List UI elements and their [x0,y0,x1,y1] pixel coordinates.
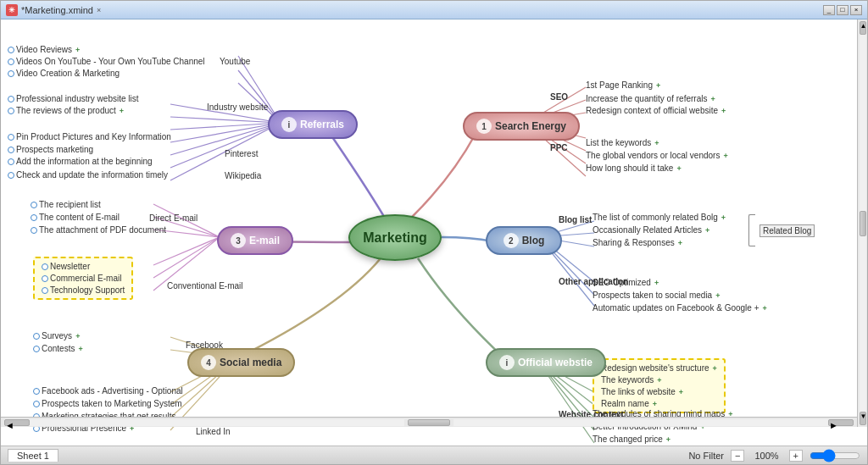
search-label: Search Energy [495,120,566,132]
industry-website-label: Industry website [207,102,268,112]
blog-list-label: Blog list [559,214,592,224]
product-reviews-item: The reviews of the product+ [8,106,124,115]
how-long-item: How long should it take+ [586,163,682,173]
restore-btn[interactable]: □ [837,5,849,15]
scroll-thumb-h[interactable] [408,419,450,426]
fb-ads-item: Facebook ads - Advertising - Optional [33,386,183,396]
related-blog-label: Related Blog [760,225,815,235]
horizontal-scrollbar[interactable]: ◄ ► [1,417,857,427]
list-keywords-item: List the keywords+ [586,138,659,147]
zoom-out-btn[interactable]: − [731,450,744,462]
commonly-related-item: The list of commonly related Bolg+ [593,213,726,222]
content-item: The content of E-mail [31,213,120,222]
add-info-item: Add the information at the beginning [8,157,153,166]
email-label: E-mail [249,235,280,246]
global-vendors-item: The global vendors or local vendors+ [586,151,728,160]
referrals-label: Referrals [300,119,344,130]
scroll-right-btn[interactable]: ► [828,419,854,426]
linkedin-label: Linked In [196,426,231,436]
center-node[interactable]: Marketing [348,214,442,261]
surveys-item: Surveys+ [33,331,80,340]
svg-line-4 [170,117,281,123]
main-window: ✳ *Marketing.xmind × _ □ × [0,0,868,465]
referrals-badge: i [281,117,297,132]
pro-industry-item: Professional industry website list [8,94,139,103]
email-node[interactable]: 3 E-mail [217,226,293,255]
ppc-label: PPC [550,142,568,152]
blog-badge: 2 [504,233,519,248]
svg-line-8 [170,123,281,168]
recipient-item: The recipient list [31,200,101,209]
related-blog-bracket [748,214,755,246]
zoom-level: 100% [754,451,778,461]
pin-product-item: Pin Product Pictures and Key Information [8,132,171,141]
filter-label: No Filter [688,451,724,461]
seo-topics-group: Redesign website's structure+ The keywor… [593,358,726,413]
attachment-item: The attachment of PDF document [31,225,166,235]
conventional-email-group: Newsletter Commercial E-mail Technology … [33,257,133,300]
changed-price-item: The changed price+ [593,435,670,444]
official-label: Official webstie [518,357,593,368]
svg-line-20 [153,237,220,265]
official-badge: i [499,355,515,370]
app-icon: ✳ [6,4,18,16]
occasionally-item: Occasionally Related Articles+ [593,225,709,235]
scroll-thumb-v[interactable] [860,211,866,236]
check-update-item: Check and update the information timely [8,170,168,180]
wikipedia-label: Wikipedia [225,170,261,180]
social-label: Social media [220,357,281,368]
sheet-label: Sheet 1 [17,451,49,461]
redesign-context-item: Redesign context of official website+ [586,106,726,115]
center-label: Marketing [363,230,427,246]
scroll-down-btn[interactable]: ▼ [860,412,866,425]
vertical-scrollbar[interactable]: ▲ ▼ [857,19,867,427]
scroll-left-btn[interactable]: ◄ [4,419,30,426]
svg-line-21 [153,237,220,278]
zoom-in-btn[interactable]: + [789,450,803,462]
statusbar: Sheet 1 No Filter − 100% + [1,446,867,464]
increase-refs-item: Increase the quantity of referrals+ [586,94,715,103]
referrals-node[interactable]: i Referrals [268,110,358,139]
youtube-item: Youtube [220,57,250,66]
minimize-btn[interactable]: _ [823,5,835,15]
official-node[interactable]: i Official webstie [486,348,606,377]
social-badge: 4 [201,355,216,370]
youtube-channel-item: Videos On YouTube - Your Own YouTube Cha… [8,57,205,66]
direct-email-label: Direct E-mail [149,213,198,223]
contests-item: Contests+ [33,344,83,353]
conventional-email-label: Conventional E-mail [167,280,243,291]
email-badge: 3 [231,233,246,248]
svg-line-6 [170,123,281,142]
sheet-tab[interactable]: Sheet 1 [8,449,58,462]
video-reviews-item: Video Reviews+ [8,45,80,54]
pinterest-label: Pinterest [225,148,258,158]
first-page-item: 1st Page Ranking+ [586,80,660,90]
seo-optimized-blog-item: SEO Optimized+ [593,278,659,287]
blog-label: Blog [522,235,545,246]
mindmap-canvas[interactable]: Marketing i Referrals 1 Search Energy 2 … [1,19,867,446]
window-controls: _ □ × [823,5,862,15]
titlebar: ✳ *Marketing.xmind × _ □ × [1,1,867,19]
blog-node[interactable]: 2 Blog [486,226,562,255]
zoom-slider[interactable] [810,451,860,461]
sharing-item: Sharing & Responses+ [593,238,682,247]
svg-line-5 [170,123,281,130]
search-node[interactable]: 1 Search Energy [463,112,580,141]
video-creation-item: Video Creation & Marketing [8,69,120,78]
prospects-social-item: Prospects taken to social media+ [593,291,720,300]
seo-label: SEO [550,91,568,102]
tab-close[interactable]: × [97,6,101,14]
auto-updates-item: Automatic updates on Facebook & Google +… [593,303,767,313]
social-node[interactable]: 4 Social media [187,348,295,377]
scroll-up-btn[interactable]: ▲ [860,21,866,35]
window-title: *Marketing.xmind [21,5,93,15]
close-btn[interactable]: × [850,5,862,15]
search-badge: 1 [476,119,492,134]
prospects-marketing-item: Prospects marketing [8,145,93,154]
prospects-system-item: Prospects taken to Marketing System [33,399,182,408]
status-right: No Filter − 100% + [688,450,860,462]
